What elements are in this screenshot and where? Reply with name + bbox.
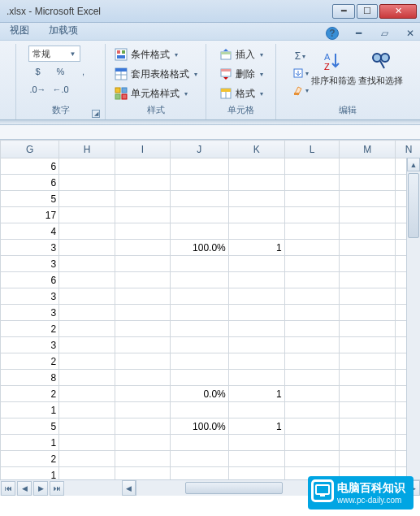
column-header-N[interactable]: N — [396, 141, 420, 158]
cell[interactable] — [170, 370, 228, 386]
cell[interactable] — [115, 272, 170, 288]
cell[interactable] — [59, 223, 115, 240]
cell[interactable] — [228, 158, 284, 175]
cell[interactable] — [59, 337, 115, 353]
find-select-button[interactable]: 查找和选择 — [358, 46, 404, 87]
cell[interactable] — [59, 272, 115, 288]
minimize-button[interactable]: ━ — [332, 4, 355, 19]
cell[interactable] — [340, 191, 396, 207]
scroll-left-button[interactable]: ◀ — [122, 480, 136, 496]
vscroll-thumb[interactable] — [408, 173, 419, 238]
cell[interactable]: 8 — [1, 370, 59, 386]
cell[interactable] — [115, 451, 170, 467]
cell[interactable] — [340, 418, 396, 435]
column-header-L[interactable]: L — [284, 141, 340, 158]
cell[interactable] — [59, 370, 115, 386]
cell[interactable] — [340, 305, 396, 321]
cell[interactable] — [115, 418, 170, 435]
cell[interactable] — [170, 272, 228, 288]
cell[interactable] — [284, 272, 340, 288]
cell[interactable] — [284, 402, 340, 418]
cell[interactable] — [340, 402, 396, 418]
cell[interactable] — [284, 223, 340, 240]
cell[interactable] — [115, 256, 170, 272]
vscroll-track[interactable] — [407, 171, 420, 482]
maximize-button[interactable]: ☐ — [357, 4, 378, 19]
cell[interactable] — [115, 435, 170, 451]
cell[interactable] — [228, 370, 284, 386]
column-header-H[interactable]: H — [59, 141, 115, 158]
cell[interactable] — [115, 175, 170, 191]
cell[interactable] — [170, 175, 228, 191]
cell[interactable]: 6 — [1, 158, 59, 175]
cell[interactable] — [115, 321, 170, 337]
cell[interactable] — [284, 353, 340, 370]
cell[interactable] — [340, 435, 396, 451]
cell[interactable] — [170, 435, 228, 451]
cell[interactable]: 5 — [1, 418, 59, 435]
cell[interactable] — [340, 370, 396, 386]
cell[interactable] — [115, 337, 170, 353]
cell[interactable]: 2 — [1, 386, 59, 402]
cells-table[interactable]: GHIJKLMN 6651743100.0%13633232820.0%1151… — [0, 140, 420, 483]
comma-format-button[interactable]: , — [74, 63, 93, 80]
cell[interactable] — [59, 402, 115, 418]
cell[interactable] — [284, 240, 340, 256]
cell[interactable] — [59, 305, 115, 321]
cell[interactable] — [59, 418, 115, 435]
cell[interactable]: 1 — [228, 386, 284, 402]
cell[interactable] — [59, 207, 115, 223]
cell[interactable] — [284, 191, 340, 207]
conditional-formatting-button[interactable]: 条件格式 ▾ — [111, 46, 201, 63]
cell[interactable] — [228, 451, 284, 467]
cell[interactable] — [284, 321, 340, 337]
number-format-combo[interactable]: 常规 ▼ — [28, 46, 80, 62]
cell[interactable]: 3 — [1, 240, 59, 256]
cell[interactable] — [228, 223, 284, 240]
cell[interactable] — [59, 240, 115, 256]
scroll-up-button[interactable]: ▲ — [407, 158, 420, 171]
accounting-format-button[interactable]: $ — [28, 63, 48, 80]
cell[interactable] — [284, 305, 340, 321]
hscroll-thumb[interactable] — [185, 482, 283, 494]
tab-addins[interactable]: 加载项 — [44, 21, 83, 40]
cell[interactable] — [115, 191, 170, 207]
cell[interactable] — [284, 288, 340, 305]
cell[interactable] — [228, 321, 284, 337]
insert-cells-button[interactable]: 插入 ▾ — [216, 46, 266, 63]
ribbon-minimize-icon[interactable]: ━ — [352, 27, 365, 40]
cell[interactable] — [170, 305, 228, 321]
delete-cells-button[interactable]: 删除 ▾ — [216, 65, 266, 83]
cell[interactable]: 5 — [1, 191, 59, 207]
vertical-scrollbar[interactable]: ▲ ▼ — [406, 158, 420, 496]
cell[interactable] — [228, 353, 284, 370]
fill-button[interactable]: ▾ — [292, 66, 310, 80]
cell[interactable] — [170, 337, 228, 353]
cell[interactable] — [115, 370, 170, 386]
number-dialog-launcher-icon[interactable]: ◢ — [92, 110, 100, 118]
cell[interactable] — [59, 386, 115, 402]
cell[interactable] — [170, 207, 228, 223]
cell[interactable] — [59, 256, 115, 272]
cell[interactable]: 2 — [1, 353, 59, 370]
cell[interactable]: 3 — [1, 337, 59, 353]
format-as-table-button[interactable]: 套用表格格式 ▾ — [111, 65, 201, 83]
cell[interactable] — [284, 435, 340, 451]
column-header-K[interactable]: K — [228, 141, 284, 158]
cell[interactable] — [284, 386, 340, 402]
cell[interactable] — [59, 451, 115, 467]
last-sheet-button[interactable]: ⏭ — [50, 481, 64, 496]
cell[interactable] — [115, 386, 170, 402]
cell[interactable] — [340, 288, 396, 305]
cell-styles-button[interactable]: 单元格样式 ▾ — [111, 85, 201, 102]
cell[interactable] — [59, 191, 115, 207]
cell[interactable] — [340, 272, 396, 288]
cell[interactable] — [340, 223, 396, 240]
cell[interactable] — [170, 223, 228, 240]
cell[interactable]: 0.0% — [170, 386, 228, 402]
cell[interactable] — [228, 337, 284, 353]
cell[interactable] — [170, 256, 228, 272]
cell[interactable] — [115, 402, 170, 418]
cell[interactable] — [59, 321, 115, 337]
cell[interactable] — [284, 337, 340, 353]
